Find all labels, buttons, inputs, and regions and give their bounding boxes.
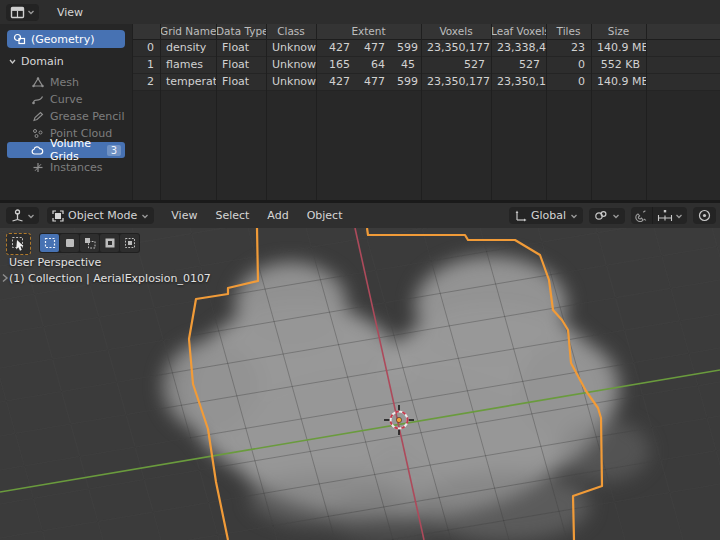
select-mode-set-button[interactable] xyxy=(40,234,59,252)
cell-extent-x: 427 xyxy=(316,40,356,56)
chevron-down-icon xyxy=(612,212,620,220)
viewport-toolbar xyxy=(6,233,140,255)
viewport-editor-icon xyxy=(10,209,25,222)
sidebar-item-mesh[interactable]: Mesh xyxy=(7,74,125,90)
view-perspective-label: User Perspective xyxy=(9,255,211,271)
viewport-editor-type-dropdown[interactable] xyxy=(6,207,39,224)
dataset-geometry-row[interactable]: (Geometry) xyxy=(7,30,125,48)
chevron-down-icon xyxy=(8,57,17,66)
select-mode-intersect-button[interactable] xyxy=(120,234,139,252)
spreadsheet-view-menu[interactable]: View xyxy=(47,6,93,19)
viewport-canvas[interactable]: User Perspective (1) Collection | Aerial… xyxy=(0,228,720,540)
mode-dropdown[interactable]: Object Mode xyxy=(47,207,154,224)
index-column-header xyxy=(133,24,160,39)
spreadsheet-editor: View (Geometry) Domain xyxy=(0,0,720,200)
orientation-label: Global xyxy=(531,209,566,222)
cell-leaf-voxels: 23,338,401 xyxy=(491,40,546,56)
table-row[interactable]: 0 density Float Unknown 427 477 599 23,3… xyxy=(133,40,720,57)
viewport-add-menu[interactable]: Add xyxy=(258,209,297,222)
column-header[interactable]: Grid Name xyxy=(160,24,216,39)
cell-data-type: Float xyxy=(216,57,266,73)
cursor-3d-icon[interactable] xyxy=(382,403,416,437)
proportional-icon xyxy=(698,209,711,222)
cell-extent-z: 599 xyxy=(391,74,421,90)
volume-grids-count-badge: 3 xyxy=(107,145,121,156)
table-row[interactable]: 1 flames Float Unknown 165 64 45 527 527… xyxy=(133,57,720,74)
row-index: 0 xyxy=(133,40,160,56)
axis-x-red xyxy=(355,228,424,540)
select-mode-subtract-button[interactable] xyxy=(80,234,99,252)
table-header-row: Grid Name Data Type Class Extent Voxels … xyxy=(133,24,720,40)
row-index: 1 xyxy=(133,57,160,73)
table-row[interactable]: 2 temperature Float Unknown 427 477 599 … xyxy=(133,74,720,91)
sidebar-item-label: Instances xyxy=(50,161,103,174)
domain-section-header[interactable]: Domain xyxy=(0,53,132,69)
spreadsheet-editor-icon xyxy=(10,6,25,19)
column-header[interactable]: Data Type xyxy=(216,24,266,39)
volume-grids-icon xyxy=(31,145,44,156)
viewport-3d: Object Mode View Select Add Object xyxy=(0,203,720,540)
cell-extent-x: 165 xyxy=(316,57,356,73)
geometry-icon xyxy=(13,33,26,45)
mesh-icon xyxy=(31,77,44,88)
chevron-down-icon xyxy=(27,212,35,220)
chevron-down-icon xyxy=(141,212,149,220)
sidebar-item-volume-grids[interactable]: Volume Grids 3 xyxy=(7,142,125,158)
mode-label: Object Mode xyxy=(68,209,137,222)
cell-class: Unknown xyxy=(266,40,316,56)
proportional-editing-button[interactable] xyxy=(693,207,716,224)
orientation-icon xyxy=(514,210,527,222)
curve-icon xyxy=(31,94,44,105)
sidebar-item-label: Volume Grids xyxy=(50,137,101,163)
column-header[interactable]: Extent xyxy=(316,24,421,39)
chevron-right-icon[interactable] xyxy=(1,273,9,283)
pivot-point-dropdown[interactable] xyxy=(589,208,625,224)
viewport-object-menu[interactable]: Object xyxy=(298,209,352,222)
sidebar-item-label: Grease Pencil xyxy=(50,110,124,123)
cell-tiles: 23 xyxy=(546,40,591,56)
column-header[interactable]: Size xyxy=(591,24,646,39)
row-index: 2 xyxy=(133,74,160,90)
editor-type-dropdown[interactable] xyxy=(6,4,39,21)
blender-window: View (Geometry) Domain xyxy=(0,0,720,540)
cell-voxels: 23,350,177 xyxy=(421,40,491,56)
cell-size: 140.9 MB xyxy=(591,40,646,56)
snap-magnet-icon xyxy=(635,209,648,222)
cell-tiles: 0 xyxy=(546,74,591,90)
spreadsheet-sidebar: (Geometry) Domain Mesh xyxy=(0,24,133,200)
select-mode-extend-button[interactable] xyxy=(60,234,79,252)
volume-grid-table: Grid Name Data Type Class Extent Voxels … xyxy=(133,24,720,200)
sidebar-item-curve[interactable]: Curve xyxy=(7,91,125,107)
chevron-down-icon xyxy=(570,212,578,220)
sidebar-item-instances[interactable]: Instances xyxy=(7,159,125,175)
viewport-view-menu[interactable]: View xyxy=(162,209,206,222)
column-header[interactable]: Voxels xyxy=(421,24,491,39)
viewport-header-right: Global xyxy=(509,207,716,224)
point-cloud-icon xyxy=(31,128,44,139)
cell-size: 552 KB xyxy=(591,57,646,73)
viewport-header: Object Mode View Select Add Object xyxy=(0,203,720,228)
column-header[interactable]: Class xyxy=(266,24,316,39)
cell-extent-y: 477 xyxy=(356,74,391,90)
column-header[interactable]: Tiles xyxy=(546,24,591,39)
select-mode-invert-button[interactable] xyxy=(100,234,119,252)
select-box-tool-button[interactable] xyxy=(6,233,31,255)
cell-tiles: 0 xyxy=(546,57,591,73)
chevron-down-icon xyxy=(27,8,35,16)
sidebar-item-grease-pencil[interactable]: Grease Pencil xyxy=(7,108,125,124)
snap-target-dropdown[interactable] xyxy=(652,207,687,224)
column-header[interactable]: Leaf Voxels xyxy=(491,24,546,39)
cell-grid-name: flames xyxy=(160,57,216,73)
snap-toggle-button[interactable] xyxy=(631,207,652,224)
snapping-group xyxy=(631,207,687,224)
cell-class: Unknown xyxy=(266,57,316,73)
cell-grid-name: density xyxy=(160,40,216,56)
cell-class: Unknown xyxy=(266,74,316,90)
sidebar-item-label: Curve xyxy=(50,93,82,106)
instances-icon xyxy=(31,162,44,173)
cell-size: 140.9 MB xyxy=(591,74,646,90)
transform-orientation-dropdown[interactable]: Global xyxy=(509,207,583,224)
sidebar-item-label: Mesh xyxy=(50,76,79,89)
viewport-select-menu[interactable]: Select xyxy=(206,209,258,222)
pivot-icon xyxy=(594,210,608,222)
